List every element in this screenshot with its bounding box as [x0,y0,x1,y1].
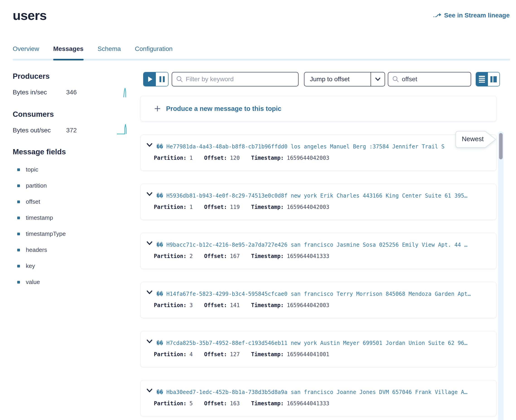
message-field-partition: partition [17,182,47,189]
message-key: �� Hba30eed7-1edc-452b-8b1a-738d3b5d8a9a… [156,389,492,397]
jump-to-offset-value: Jump to offset [304,75,370,83]
search-icon [176,76,183,82]
bullet-icon [17,265,20,268]
message-field-headers: headers [17,247,47,254]
message-metadata: Partition:3 Offset:141 Timestamp:1659644… [154,302,329,308]
pause-icon [160,76,165,82]
expand-chevron-icon[interactable] [146,192,153,196]
producers-heading: Producers [13,72,50,81]
message-card[interactable]: �� H14fa67fe-5823-4299-b3c4-595845cfcae0… [140,282,497,318]
partition-value: 3 [190,302,193,308]
message-key: �� He77981da-4a43-48ab-b8f8-cb71b96ffdd0… [156,143,492,151]
message-key: �� H7cda825b-35b7-4952-88ef-c193d546eb11… [156,340,492,348]
tab-bar: Overview Messages Schema Configuration [13,45,510,62]
bullet-icon [17,184,20,187]
bullet-icon [17,201,20,203]
filter-keyword-input[interactable] [172,72,299,86]
expand-chevron-icon[interactable] [146,143,153,147]
play-pause-group [143,72,169,86]
play-button[interactable] [144,72,156,86]
list-view-button[interactable] [476,72,488,86]
message-card[interactable]: �� He77981da-4a43-48ab-b8f8-cb71b96ffdd0… [140,135,497,171]
message-card[interactable]: �� Hba30eed7-1edc-452b-8b1a-738d3b5d8a9a… [140,380,497,416]
offset-value: 167 [230,253,240,259]
view-toggle-group [476,72,500,86]
bytes-in-value: 346 [66,89,77,96]
message-field-timestamp: timestamp [17,214,53,221]
bytes-in-sparkline [122,87,128,98]
bytes-out-value: 372 [66,127,77,134]
message-key: �� H9bacc71c-b12c-4216-8e95-2a7da727e426… [156,242,492,249]
bytes-out-label: Bytes out/sec [13,127,51,134]
bullet-icon [17,168,20,171]
page-title: users [13,8,47,23]
message-key: �� H5936db81-b943-4e0f-8c29-74513e0c0d8f… [156,193,492,200]
bytes-in-label: Bytes in/sec [13,89,47,96]
lineage-link-label: See in Stream lineage [444,12,510,19]
tab-configuration[interactable]: Configuration [135,45,173,62]
scrollbar-thumb[interactable] [499,133,503,159]
bullet-icon [17,217,20,219]
message-metadata: Partition:1 Offset:120 Timestamp:1659644… [154,155,329,161]
consumers-heading: Consumers [13,110,54,119]
column-view-icon [490,76,497,82]
message-metadata: Partition:2 Offset:167 Timestamp:1659644… [154,253,329,259]
pause-button[interactable] [156,72,168,86]
message-field-offset: offset [17,198,40,205]
timestamp-value: 1659644041333 [287,400,329,407]
timestamp-value: 1659644041001 [287,351,329,358]
partition-value: 5 [190,400,193,407]
produce-message-label: Produce a new message to this topic [166,105,281,112]
message-card[interactable]: �� H7cda825b-35b7-4952-88ef-c193d546eb11… [140,331,497,367]
tab-overview[interactable]: Overview [13,45,39,62]
message-metadata: Partition:1 Offset:119 Timestamp:1659644… [154,204,329,210]
list-view-icon [479,76,485,82]
column-view-button[interactable] [488,72,500,86]
message-metadata: Partition:5 Offset:163 Timestamp:1659644… [154,400,329,407]
play-icon [148,76,153,82]
offset-search-input[interactable] [388,72,471,86]
partition-value: 1 [190,204,193,210]
message-key: �� H14fa67fe-5823-4299-b3c4-595845cfcae0… [156,291,492,299]
message-metadata: Partition:4 Offset:127 Timestamp:1659644… [154,351,329,358]
topic-messages-page: users See in Stream lineage Overview Mes… [0,0,516,420]
offset-value: 119 [230,204,240,210]
expand-chevron-icon[interactable] [146,290,153,294]
timestamp-value: 1659644042003 [287,155,329,161]
message-card[interactable]: �� H5936db81-b943-4e0f-8c29-74513e0c0d8f… [140,184,497,220]
partition-value: 1 [190,155,193,161]
chevron-down-icon [370,72,385,86]
expand-chevron-icon[interactable] [146,389,153,392]
message-fields-heading: Message fields [13,148,66,156]
jump-to-offset-select[interactable]: Jump to offset [304,72,385,86]
partition-value: 4 [190,351,193,358]
produce-message-button[interactable]: Produce a new message to this topic [140,96,497,121]
timestamp-value: 1659644042003 [287,302,329,308]
expand-chevron-icon[interactable] [146,241,153,245]
plus-icon [154,105,161,112]
stream-lineage-link[interactable]: See in Stream lineage [433,12,510,19]
scrollbar-track[interactable] [498,131,504,420]
tab-messages[interactable]: Messages [53,45,84,62]
bullet-icon [17,281,20,284]
lineage-arrow-icon [433,12,441,19]
timestamp-value: 1659644042003 [287,204,329,210]
bullet-icon [17,249,20,251]
newest-tooltip-label: Newest [460,135,485,143]
message-card[interactable]: �� H9bacc71c-b12c-4216-8e95-2a7da727e426… [140,233,497,269]
message-field-value: value [17,278,40,285]
expand-chevron-icon[interactable] [146,339,153,343]
bytes-out-sparkline [116,123,128,135]
message-field-key: key [17,262,35,270]
bullet-icon [17,233,20,235]
timestamp-value: 1659644041333 [287,253,329,259]
partition-value: 2 [190,253,193,259]
message-field-topic: topic [17,166,38,173]
offset-value: 141 [230,302,240,308]
search-icon [392,76,399,82]
offset-value: 120 [230,155,240,161]
offset-value: 163 [230,400,240,407]
message-field-timestampType: timestampType [17,230,66,237]
newest-tooltip: Newest [455,131,497,148]
tab-schema[interactable]: Schema [98,45,121,62]
